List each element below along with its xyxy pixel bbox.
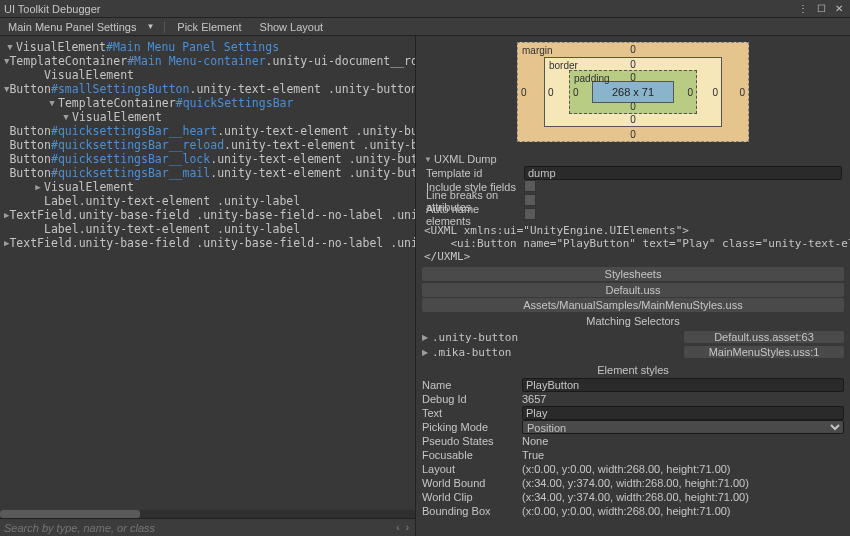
chevron-right-icon: ▶	[422, 348, 432, 357]
panel-dropdown-label: Main Menu Panel Settings	[8, 21, 136, 33]
margin-left: 0	[521, 87, 527, 98]
show-layout-button[interactable]: Show Layout	[254, 21, 330, 33]
layout-value: (x:0.00, y:0.00, width:268.00, height:71…	[522, 463, 844, 475]
tree-row[interactable]: ▶VisualElement	[4, 68, 415, 82]
box-model-content: 268 x 71	[592, 81, 674, 103]
settings-icon[interactable]: ⋮	[796, 3, 810, 14]
tree-row[interactable]: ▼TemplateContainer #quickSettingsBar	[4, 96, 415, 110]
border-right: 0	[712, 87, 718, 98]
margin-right: 0	[739, 87, 745, 98]
inspector-panel: margin 0 0 0 0 border 0 0 0 0 padding	[416, 36, 850, 536]
margin-top: 0	[630, 44, 636, 55]
padding-label: padding	[574, 73, 610, 84]
hierarchy-panel: ▼VisualElement #Main Menu Panel Settings…	[0, 36, 416, 536]
padding-right: 0	[687, 87, 693, 98]
uxml-dump-section: ▼ UXML Dump Template id Include style fi…	[416, 152, 850, 265]
element-styles-header: Element styles	[416, 362, 850, 378]
tree-row[interactable]: ▶Button #quicksettingsBar__reload .unity…	[4, 138, 415, 152]
tree-row[interactable]: ▶TextField .unity-base-field .unity-base…	[4, 208, 415, 222]
layout-label: Layout	[422, 463, 522, 475]
tree-row[interactable]: ▶TextField .unity-base-field .unity-base…	[4, 236, 415, 250]
tree-row[interactable]: ▼TemplateContainer #Main Menu-container …	[4, 54, 415, 68]
template-id-label: Template id	[424, 167, 524, 179]
include-style-fields-checkbox[interactable]	[524, 180, 536, 192]
stylesheet-item[interactable]: Default.uss	[422, 283, 844, 297]
search-input[interactable]	[4, 522, 390, 534]
scrollbar-thumb[interactable]	[0, 510, 140, 518]
tree-row[interactable]: ▶Button #quicksettingsBar__lock .unity-t…	[4, 152, 415, 166]
horizontal-scrollbar[interactable]	[0, 510, 415, 518]
picking-mode-select[interactable]: Position	[522, 420, 844, 434]
name-label: Name	[422, 379, 522, 391]
foldout-icon[interactable]: ▼	[4, 40, 16, 54]
stylesheets-header: Stylesheets	[422, 267, 844, 281]
world-bound-value: (x:34.00, y:374.00, width:268.00, height…	[522, 477, 844, 489]
selector-text: .mika-button	[432, 346, 684, 359]
foldout-icon[interactable]: ▼	[60, 110, 72, 124]
foldout-icon[interactable]: ▶	[32, 180, 44, 194]
tree-row[interactable]: ▼VisualElement	[4, 110, 415, 124]
bounding-box-value: (x:0.00, y:0.00, width:268.00, height:71…	[522, 505, 844, 517]
search-bar: ‹ ›	[0, 518, 415, 536]
border-bottom: 0	[630, 114, 636, 125]
box-model-padding: padding 0 0 0 0 268 x 71	[569, 70, 697, 114]
name-input[interactable]	[522, 378, 844, 392]
selector-source[interactable]: MainMenuStyles.uss:1	[684, 346, 844, 358]
panel-dropdown[interactable]: Main Menu Panel Settings ▼	[4, 21, 158, 33]
uxml-dump-title: UXML Dump	[434, 153, 497, 165]
search-nav: ‹ ›	[394, 522, 411, 533]
chevron-right-icon: ▶	[422, 333, 432, 342]
tree-row[interactable]: ▼VisualElement #Main Menu Panel Settings	[4, 40, 415, 54]
debug-id-label: Debug Id	[422, 393, 522, 405]
line-breaks-checkbox[interactable]	[524, 194, 536, 206]
tree-row[interactable]: ▶VisualElement	[4, 180, 415, 194]
window: UI Toolkit Debugger ⋮ ☐ ✕ Main Menu Pane…	[0, 0, 850, 536]
tree-row[interactable]: ▶Label .unity-text-element .unity-label	[4, 222, 415, 236]
close-icon[interactable]: ✕	[832, 3, 846, 14]
border-top: 0	[630, 59, 636, 70]
box-model-margin: margin 0 0 0 0 border 0 0 0 0 padding	[517, 42, 749, 142]
body: ▼VisualElement #Main Menu Panel Settings…	[0, 36, 850, 536]
inspector-scroll[interactable]: margin 0 0 0 0 border 0 0 0 0 padding	[416, 36, 850, 536]
hierarchy-tree[interactable]: ▼VisualElement #Main Menu Panel Settings…	[0, 36, 415, 510]
chevron-down-icon: ▼	[146, 22, 154, 31]
selector-source[interactable]: Default.uss.asset:63	[684, 331, 844, 343]
text-label: Text	[422, 407, 522, 419]
foldout-icon[interactable]: ▼	[46, 96, 58, 110]
search-next-icon[interactable]: ›	[404, 522, 411, 533]
tree-row[interactable]: ▶Button #quicksettingsBar__heart .unity-…	[4, 124, 415, 138]
padding-top: 0	[630, 72, 636, 83]
focusable-label: Focusable	[422, 449, 522, 461]
world-bound-label: World Bound	[422, 477, 522, 489]
matching-selector-row[interactable]: ▶.unity-buttonDefault.uss.asset:63	[422, 330, 844, 344]
tree-row[interactable]: ▼Button #smallSettingsButton .unity-text…	[4, 82, 415, 96]
box-model-border: border 0 0 0 0 padding 0 0 0 0 26	[544, 57, 722, 127]
bounding-box-label: Bounding Box	[422, 505, 522, 517]
matching-selectors-header: Matching Selectors	[422, 314, 844, 328]
template-id-input[interactable]	[524, 166, 842, 180]
separator	[164, 21, 165, 33]
text-input[interactable]	[522, 406, 844, 420]
pseudo-states-label: Pseudo States	[422, 435, 522, 447]
tree-row[interactable]: ▶Button #quicksettingsBar__mail .unity-t…	[4, 166, 415, 180]
toolbar: Main Menu Panel Settings ▼ Pick Element …	[0, 18, 850, 36]
padding-bottom: 0	[630, 101, 636, 112]
auto-name-checkbox[interactable]	[524, 208, 536, 220]
pseudo-states-value: None	[522, 435, 844, 447]
maximize-icon[interactable]: ☐	[814, 3, 828, 14]
chevron-down-icon: ▼	[424, 155, 434, 164]
window-title: UI Toolkit Debugger	[4, 3, 100, 15]
matching-selector-row[interactable]: ▶.mika-buttonMainMenuStyles.uss:1	[422, 345, 844, 359]
focusable-value: True	[522, 449, 844, 461]
margin-bottom: 0	[630, 129, 636, 140]
selector-text: .unity-button	[432, 331, 684, 344]
tree-row[interactable]: ▶Label .unity-text-element .unity-label	[4, 194, 415, 208]
pick-element-button[interactable]: Pick Element	[171, 21, 247, 33]
world-clip-label: World Clip	[422, 491, 522, 503]
border-left: 0	[548, 87, 554, 98]
uxml-dump-foldout[interactable]: ▼ UXML Dump	[424, 152, 842, 166]
margin-label: margin	[522, 45, 553, 56]
search-prev-icon[interactable]: ‹	[394, 522, 401, 533]
stylesheet-item[interactable]: Assets/ManualSamples/MainMenuStyles.uss	[422, 298, 844, 312]
debug-id-value: 3657	[522, 393, 844, 405]
